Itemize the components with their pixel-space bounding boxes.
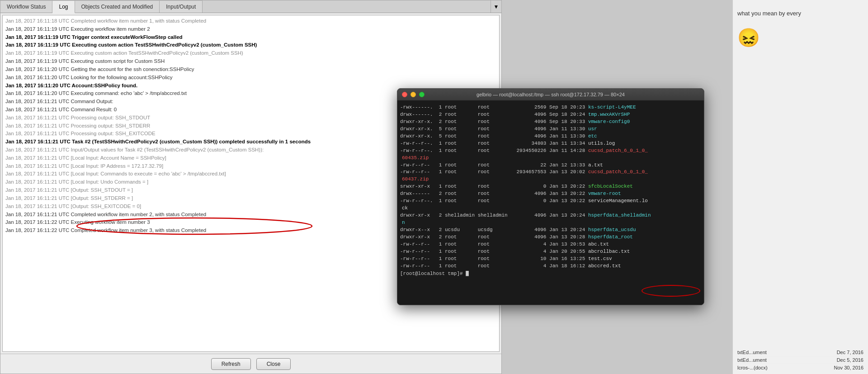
log-line: Jan 18, 2017 16:11:19 UTC Trigger contex… [5,33,496,42]
tab-dropdown-button[interactable]: ▼ [491,0,501,13]
log-line: Jan 18, 2017 16:11:20 UTC Looking for th… [5,74,496,82]
terminal-title: gelbrio — root@localhost:/tmp — ssh root… [476,92,625,97]
terminal-file-row: drwxr-xr-x. 5 root root 4096 Jan 11 13:3… [400,126,701,133]
terminal-file-row: drwxr-xr-x. 2 root root 4096 Sep 18 20:3… [400,118,701,126]
emoji-icon: 😖 [737,23,863,52]
terminal-file-row: -rw-r--r-- 1 root root 10 Jan 16 13:25 t… [400,256,701,263]
terminal-prompt[interactable]: [root@localhost tmp]# █ [400,270,701,278]
terminal-file-row-extra: ck [400,205,701,212]
terminal-file-row: -rw-r--r--. 1 root root 0 Jan 13 20:22 s… [400,198,701,205]
terminal-file-row-extra: 60437.zip [400,176,701,183]
terminal-minimize-button[interactable] [410,92,416,97]
terminal-file-row: -rwx------. 1 root root 2569 Sep 18 20:2… [400,104,701,111]
right-panel-file-row: lcros-...(docx)Nov 30, 2016 [736,364,865,371]
terminal-window: gelbrio — root@localhost:/tmp — ssh root… [397,88,704,305]
right-panel: what you mean by every 😖 txtEd...umentDe… [732,0,868,374]
terminal-file-row: -rw-r--r-- 1 root root 4 Jan 18 16:12 ab… [400,263,701,270]
terminal-file-row: drwx------ 2 root root 4096 Jan 13 20:22… [400,190,701,198]
terminal-file-row: srwxr-xr-x 1 root root 0 Jan 13 20:22 sf… [400,183,701,190]
terminal-file-row: -rw-r--r--. 1 root root 34803 Jan 11 13:… [400,140,701,147]
right-panel-file-row: txtEd...umentDec 5, 2016 [736,356,865,364]
log-line: Jan 18, 2017 16:11:19 UTC Executing cust… [5,41,496,49]
terminal-file-row: drwxr-xr-x 2 root root 4096 Jan 13 20:28… [400,234,701,241]
terminal-file-row-extra: 60435.zip [400,155,701,162]
terminal-file-row: drwxr-xr-x. 5 root root 4096 Jan 11 13:3… [400,133,701,140]
terminal-file-row: drwxr-xr-x 2 shelladmin shelladmin 4096 … [400,212,701,219]
terminal-maximize-button[interactable] [419,92,425,97]
close-button[interactable]: Close [256,358,291,370]
log-line: Jan 18, 2017 16:11:19 UTC Executing work… [5,25,496,33]
terminal-body[interactable]: -rwx------. 1 root root 2569 Sep 18 20:2… [397,100,704,305]
chevron-down-icon: ▼ [494,4,499,10]
terminal-titlebar: gelbrio — root@localhost:/tmp — ssh root… [397,89,704,100]
terminal-file-row: drwxr-x--x 2 ucsdu ucsdg 4096 Jan 13 20:… [400,227,701,234]
bottom-bar: Refresh Close [0,354,501,374]
log-line: Jan 18, 2017 16:11:19 UTC Executing cust… [5,57,496,66]
tab-input-output[interactable]: Input/Output [160,0,203,13]
right-panel-files: txtEd...umentDec 7, 2016txtEd...umentDec… [733,346,868,374]
refresh-button[interactable]: Refresh [211,358,251,370]
terminal-file-row: -rw-r--r-- 1 root root 2934657553 Jan 13… [400,169,701,176]
log-line: Jan 18, 2017 16:11:20 UTC Getting the ac… [5,66,496,74]
right-panel-file-row: txtEd...umentDec 7, 2016 [736,349,865,356]
terminal-file-row-extra: n [400,219,701,227]
tab-workflow-status[interactable]: Workflow Status [0,0,52,13]
tab-objects-created[interactable]: Objects Created and Modified [75,0,160,13]
terminal-file-row: -rw-r--r-- 1 root root 22 Jan 12 13:33 a… [400,162,701,169]
tab-bar: Workflow Status Log Objects Created and … [0,0,501,13]
terminal-file-row: drwx------. 2 root root 4096 Sep 18 20:2… [400,111,701,118]
terminal-close-button[interactable] [402,92,407,97]
terminal-file-row: -rw-r--r-- 1 root root 4 Jan 20 20:55 ab… [400,248,701,256]
tab-log[interactable]: Log [52,0,75,13]
terminal-file-row: -rw-r--r--. 1 root root 2934550226 Jan 1… [400,147,701,155]
terminal-file-row: -rw-r--r-- 1 root root 4 Jan 13 20:53 ab… [400,241,701,248]
log-line: Jan 18, 2017 16:11:18 UTC Completed work… [5,17,496,25]
right-panel-text: what you mean by every 😖 [733,0,868,66]
log-line: Jan 18, 2017 16:11:19 UTC Executing cust… [5,49,496,57]
